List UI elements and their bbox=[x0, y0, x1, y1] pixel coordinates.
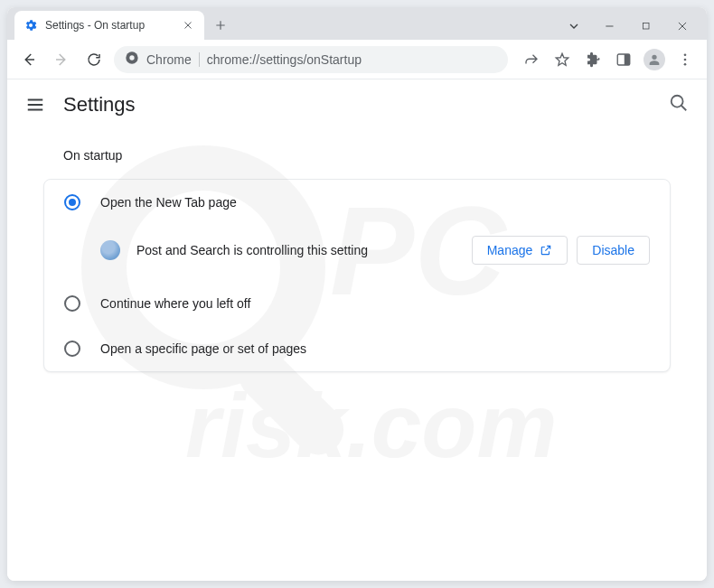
manage-button[interactable]: Manage bbox=[472, 236, 568, 265]
maximize-button[interactable] bbox=[638, 18, 654, 34]
tab-title: Settings - On startup bbox=[45, 19, 174, 32]
svg-point-2 bbox=[129, 55, 134, 60]
titlebar: Settings - On startup bbox=[7, 7, 707, 40]
close-tab-button[interactable] bbox=[181, 18, 195, 33]
chrome-logo-icon bbox=[125, 51, 139, 69]
back-button[interactable] bbox=[16, 47, 42, 72]
option-specific-pages[interactable]: Open a specific page or set of pages bbox=[44, 326, 670, 371]
disable-button-label: Disable bbox=[592, 243, 634, 257]
settings-header: Settings bbox=[7, 79, 707, 130]
section-title: On startup bbox=[63, 148, 671, 163]
radio-icon bbox=[64, 341, 80, 357]
option-label: Open a specific page or set of pages bbox=[100, 341, 306, 356]
radio-icon bbox=[64, 295, 80, 312]
window-controls bbox=[566, 18, 707, 40]
close-window-button[interactable] bbox=[674, 18, 691, 34]
divider bbox=[199, 52, 200, 67]
svg-rect-0 bbox=[644, 23, 650, 30]
url-text: chrome://settings/onStartup bbox=[207, 52, 362, 67]
scheme-label: Chrome bbox=[146, 52, 192, 67]
browser-tab[interactable]: Settings - On startup bbox=[14, 11, 204, 40]
svg-point-7 bbox=[684, 62, 687, 65]
svg-point-6 bbox=[684, 58, 687, 61]
page-title: Settings bbox=[63, 93, 136, 117]
startup-options-card: Open the New Tab page Post and Search is… bbox=[43, 179, 671, 372]
share-icon[interactable] bbox=[519, 47, 544, 72]
svg-point-5 bbox=[684, 53, 687, 56]
minimize-button[interactable] bbox=[602, 18, 618, 34]
option-open-new-tab[interactable]: Open the New Tab page bbox=[44, 180, 670, 225]
search-icon[interactable] bbox=[669, 93, 689, 117]
reload-button[interactable] bbox=[81, 47, 107, 72]
svg-point-8 bbox=[672, 96, 683, 107]
hamburger-menu-icon[interactable] bbox=[25, 95, 45, 115]
radio-icon bbox=[64, 194, 80, 210]
settings-gear-icon bbox=[23, 18, 38, 33]
toolbar: Chrome chrome://settings/onStartup bbox=[7, 40, 707, 79]
forward-button[interactable] bbox=[49, 47, 74, 72]
disable-button[interactable]: Disable bbox=[577, 236, 650, 265]
extension-control-notice: Post and Search is controlling this sett… bbox=[44, 225, 670, 281]
settings-content: On startup Open the New Tab page Post an… bbox=[7, 130, 707, 581]
extension-notice-text: Post and Search is controlling this sett… bbox=[136, 243, 456, 257]
manage-button-label: Manage bbox=[487, 243, 533, 257]
option-label: Open the New Tab page bbox=[100, 195, 237, 210]
svg-rect-4 bbox=[625, 54, 630, 65]
external-link-icon bbox=[540, 244, 552, 257]
browser-window: Settings - On startup bbox=[7, 7, 707, 581]
address-bar[interactable]: Chrome chrome://settings/onStartup bbox=[114, 46, 508, 73]
kebab-menu-icon[interactable] bbox=[672, 47, 698, 72]
extensions-puzzle-icon[interactable] bbox=[580, 47, 606, 72]
side-panel-icon[interactable] bbox=[611, 47, 636, 72]
option-label: Continue where you left off bbox=[100, 296, 250, 311]
bookmark-star-icon[interactable] bbox=[550, 47, 575, 72]
new-tab-button[interactable] bbox=[208, 13, 233, 38]
profile-avatar[interactable] bbox=[642, 47, 667, 72]
extension-globe-icon bbox=[100, 240, 120, 260]
chevron-down-icon[interactable] bbox=[566, 18, 582, 34]
option-continue[interactable]: Continue where you left off bbox=[44, 281, 670, 326]
